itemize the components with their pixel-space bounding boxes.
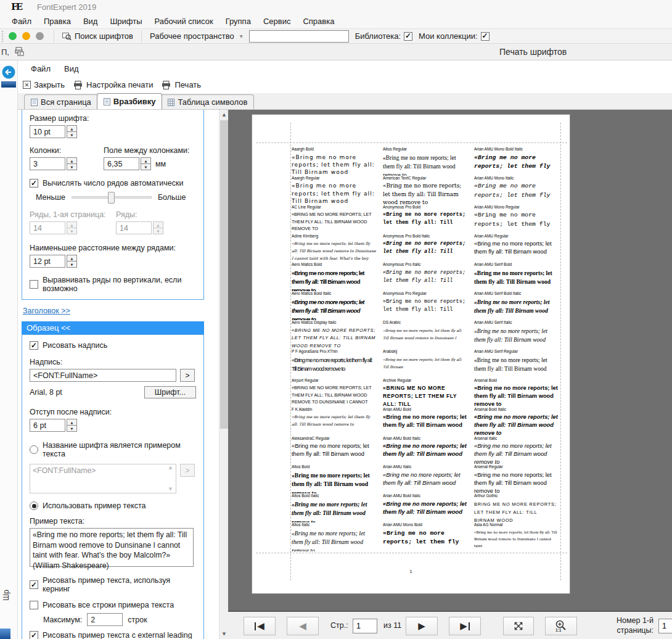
last-page-button[interactable]: ▶ <box>449 617 481 635</box>
close-button[interactable]: ✕ Закрыть <box>23 80 65 89</box>
gutter-value[interactable]: 6,35 <box>104 157 139 170</box>
font-sample-entry: Arian AMU Mono Bold Italic«Bring me no m… <box>474 147 559 176</box>
tab-list[interactable]: Вразбивку <box>97 93 163 109</box>
scrollbar-thumb[interactable] <box>220 120 228 429</box>
align-rows-checkbox[interactable] <box>30 280 38 289</box>
font-sample-entry: Anonymous Pro Bold«Bring me no more repo… <box>383 205 468 234</box>
header-section-link[interactable]: Заголовок >> <box>23 307 70 315</box>
menu-item[interactable]: Правка <box>38 15 76 28</box>
columns-value[interactable]: 3 <box>30 157 65 170</box>
corner-tab-fragment[interactable] <box>0 629 10 639</box>
max-lines-input[interactable]: 2 <box>87 613 123 626</box>
vertical-tab-fragment[interactable]: Шр <box>2 590 10 601</box>
first-page-button[interactable]: ◀ <box>244 617 276 635</box>
menu-item[interactable]: Файл <box>6 15 37 28</box>
fontname-as-sample-radio[interactable] <box>30 445 38 454</box>
font-sample-entry: Aaargh Bold«Bring me no more reports; le… <box>292 147 377 176</box>
menu-item[interactable]: Справка <box>297 15 340 28</box>
page-number-input[interactable] <box>353 619 377 633</box>
font-sample-text: «Bring me no more reports; let them fly … <box>383 356 468 371</box>
font-sample-text: «Bring me no more reports; let them fly … <box>292 529 377 551</box>
scroll-up-arrow[interactable]: ▲ <box>219 110 229 120</box>
print-menu-item[interactable]: Файл <box>25 62 56 75</box>
search-input[interactable] <box>250 31 348 41</box>
font-sample-text: «BRING ME NO MORE REPORTS; LET THEM FLY … <box>383 384 468 406</box>
draw-caption-checkbox[interactable] <box>30 341 38 350</box>
back-arrow-icon[interactable] <box>2 65 15 79</box>
status-circle-amber[interactable] <box>22 32 30 40</box>
menu-item[interactable]: Группа <box>220 15 256 28</box>
menu-item[interactable]: Шрифты <box>104 15 147 28</box>
print-menu-item[interactable]: Вид <box>59 62 84 75</box>
font-name: Archive Regular <box>383 378 468 382</box>
font-sample-entry: Arthur GothicBRING ME NO MORE REPORTS; L… <box>474 493 559 522</box>
font-sample-entry: Arian AMU Bold«Bring me no more reports;… <box>383 407 468 436</box>
first-page-number-input[interactable] <box>658 619 672 633</box>
bar-glyph <box>469 622 470 630</box>
status-circle-green[interactable] <box>9 32 17 40</box>
minimized-window-icon[interactable] <box>1 81 16 88</box>
gutter-spinner[interactable]: 6,35 ▲▼ <box>104 157 151 170</box>
kerning-checkbox[interactable] <box>30 580 38 589</box>
spinner-arrows[interactable]: ▲▼ <box>67 157 77 170</box>
next-page-button[interactable]: ▶ <box>406 617 438 635</box>
font-name: Arian AMU Serif Bold Italic <box>474 291 559 295</box>
search-fonts-button[interactable]: Поиск шрифтов <box>59 30 137 42</box>
menu-item[interactable]: Сервис <box>258 15 297 28</box>
workspace-dropdown[interactable]: Рабочее пространство ▾ <box>146 30 247 42</box>
print-button[interactable]: Печать <box>162 80 201 89</box>
caption-input[interactable]: <FONT:FullName> <box>30 369 176 382</box>
slider-thumb[interactable] <box>108 192 115 204</box>
font-button[interactable]: Шрифт... <box>144 386 196 398</box>
menu-item[interactable]: Рабочий список <box>149 15 219 28</box>
font-sample-text: «Bring me no more reports; let them fly <box>474 211 559 229</box>
min-gap-spinner[interactable]: 12 pt ▲▼ <box>30 255 77 268</box>
sample-section-header[interactable]: Образец << <box>22 321 204 334</box>
scroll-down-arrow[interactable]: ▼ <box>219 629 229 639</box>
caption-gap-value[interactable]: 6 pt <box>30 419 65 432</box>
menu-item[interactable]: Вид <box>78 15 104 28</box>
search-fonts-label: Поиск шрифтов <box>75 31 133 41</box>
collections-checkbox[interactable] <box>481 32 490 41</box>
status-circle-gray[interactable] <box>36 32 44 40</box>
font-name: Altos Regular <box>383 147 468 151</box>
spinner-arrows[interactable]: ▲▼ <box>67 419 77 432</box>
tab-full-page[interactable]: Вся страница <box>24 94 98 109</box>
font-name: Adine Kirnberg <box>292 234 377 238</box>
panel-strip: П, A Печать шрифтов <box>0 44 672 60</box>
min-gap-value[interactable]: 12 pt <box>30 255 65 268</box>
caption-gap-spinner[interactable]: 6 pt ▲▼ <box>30 419 77 432</box>
print-fonts-panel-icon[interactable]: A <box>15 47 25 56</box>
all-lines-checkbox[interactable] <box>30 601 38 609</box>
external-leading-checkbox[interactable] <box>30 631 38 639</box>
sample-text-textarea[interactable]: «Bring me no more reports; let them fly … <box>30 528 194 567</box>
spinner-arrows[interactable]: ▲▼ <box>67 125 77 138</box>
font-sample-text: «Bring me no more reports; let them fly … <box>383 442 468 458</box>
zoom-actual-size-button[interactable]: 1:1 <box>545 617 577 635</box>
gutter-label: Поле между колонками: <box>104 146 189 155</box>
auto-rows-checkbox[interactable] <box>30 179 38 188</box>
columns-spinner[interactable]: 3 ▲▼ <box>30 157 77 170</box>
first-page-number-label: Номер 1-й страницы: <box>598 616 654 635</box>
fit-to-window-button[interactable] <box>503 617 534 635</box>
settings-scrollbar[interactable]: ▲ ▼ <box>219 110 228 639</box>
font-sample-entry: Aero Matics Bold Italic«Bring me no more… <box>292 291 377 320</box>
font-sample-text: «Bring me no more reports; let them fly … <box>383 269 468 285</box>
tab-char-table[interactable]: Таблица символов <box>161 94 254 109</box>
print-setup-button[interactable]: Настройка печати <box>73 80 153 89</box>
caption-label: Надпись: <box>30 358 196 366</box>
font-size-spinner[interactable]: 10 pt ▲▼ <box>30 125 77 138</box>
rows-slider[interactable] <box>72 196 152 199</box>
font-size-value[interactable]: 10 pt <box>30 125 65 138</box>
font-name: Arsenal Bold <box>474 378 559 382</box>
spinner-arrows[interactable]: ▲▼ <box>141 157 151 170</box>
use-sample-text-radio[interactable] <box>30 501 38 510</box>
caption-insert-button[interactable]: > <box>180 369 195 382</box>
previous-page-button[interactable]: ◀ <box>287 617 319 635</box>
toolbar-grip[interactable] <box>2 31 5 42</box>
margin-guide-right <box>560 123 561 580</box>
spinner-arrows[interactable]: ▲▼ <box>67 255 77 268</box>
fontname-insert-button: > <box>180 464 195 477</box>
library-checkbox[interactable] <box>404 32 412 41</box>
search-box[interactable] <box>249 30 349 43</box>
